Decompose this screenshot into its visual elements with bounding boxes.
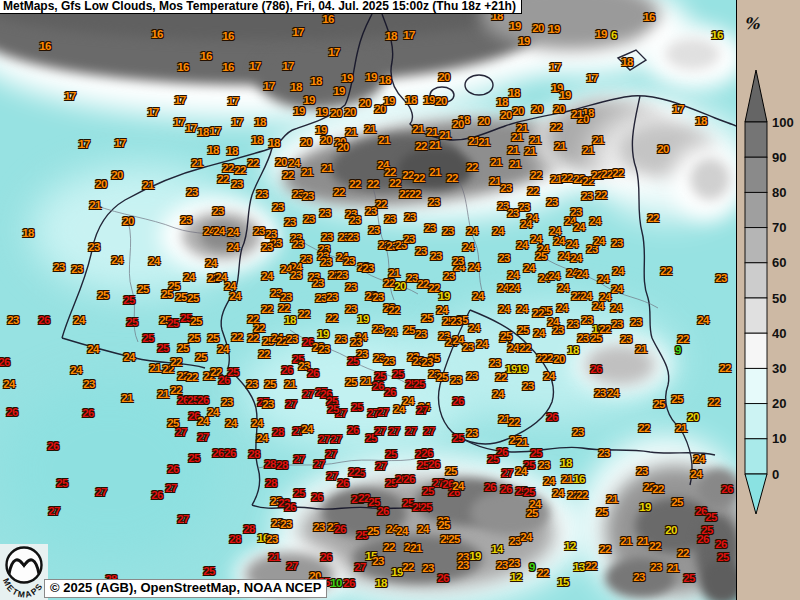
temp-label: 24	[553, 235, 565, 247]
temp-label: 24	[693, 453, 705, 465]
temp-label: 22	[383, 541, 395, 553]
temp-label: 23	[286, 333, 298, 345]
temp-label: 28	[243, 523, 255, 535]
temp-label: 26	[347, 424, 359, 436]
metmaps-logo[interactable]: METMAPS	[0, 544, 48, 600]
temp-label: 18	[695, 115, 707, 127]
temp-label: 24	[472, 290, 484, 302]
temp-label: 24	[523, 262, 535, 274]
temp-label: 28	[272, 426, 284, 438]
temp-label: 20	[665, 524, 677, 536]
temp-label: 23	[522, 380, 534, 392]
temp-label: 21	[561, 473, 573, 485]
temp-label: 21	[149, 362, 161, 374]
temp-label: 22	[217, 173, 229, 185]
temp-label: 22	[677, 547, 689, 559]
temp-label: 18	[284, 314, 296, 326]
temp-label: 23	[508, 557, 520, 569]
temp-label: 23	[489, 357, 501, 369]
temp-label: 24	[492, 388, 504, 400]
temp-label: 18	[268, 137, 280, 149]
temp-label: 24	[576, 268, 588, 280]
temp-label: 16	[573, 473, 585, 485]
temp-label: 21	[191, 157, 203, 169]
temp-label: 26	[428, 458, 440, 470]
temp-label: 27	[286, 560, 298, 572]
temp-label: 22	[383, 277, 395, 289]
temp-label: 22	[466, 161, 478, 173]
temp-label: 17	[672, 103, 684, 115]
temp-label: 18	[197, 126, 209, 138]
temp-label: 24	[610, 302, 622, 314]
temp-label: 24	[612, 265, 624, 277]
temp-label: 17	[282, 60, 294, 72]
temp-label: 23	[496, 559, 508, 571]
temp-label: 24	[690, 468, 702, 480]
temp-label: 23	[272, 201, 284, 213]
temp-label: 17	[328, 46, 340, 58]
temp-label: 26	[38, 314, 50, 326]
temp-label: 25	[420, 501, 432, 513]
temp-label: 25	[195, 351, 207, 363]
temp-label: 16	[711, 29, 723, 41]
temp-label: 23	[321, 231, 333, 243]
temp-label: 22	[326, 312, 338, 324]
temp-label: 26	[311, 491, 323, 503]
temp-label: 25	[187, 292, 199, 304]
temp-label: 22	[261, 303, 273, 315]
temp-label: 24	[607, 387, 619, 399]
temp-label: 23	[343, 255, 355, 267]
temp-label: 23	[345, 281, 357, 293]
temp-label: 22	[409, 188, 421, 200]
temp-label: 19	[391, 566, 403, 578]
temp-label: 22	[612, 167, 624, 179]
temp-label: 23	[292, 238, 304, 250]
temp-label: 22	[532, 307, 544, 319]
weather-map[interactable]: 1616161616161717171717171817171717181816…	[0, 0, 737, 600]
temp-label: 23	[421, 356, 433, 368]
temp-label: 26	[403, 473, 415, 485]
temp-label: 19	[509, 20, 521, 32]
temp-label: 22	[402, 169, 414, 181]
temp-label: 24	[213, 225, 225, 237]
temp-label: 20	[122, 215, 134, 227]
temp-label: 25	[161, 288, 173, 300]
temp-label: 22	[519, 342, 531, 354]
temp-label: 23	[312, 277, 324, 289]
temp-label: 20	[687, 411, 699, 423]
temp-label: 24	[520, 218, 532, 230]
temp-label: 25	[190, 315, 202, 327]
temp-label: 23	[384, 213, 396, 225]
temp-label: 17	[185, 122, 197, 134]
temp-label: 9	[529, 561, 535, 573]
temp-label: 23	[303, 213, 315, 225]
temp-label: 24	[466, 225, 478, 237]
svg-text:50: 50	[772, 291, 786, 306]
temp-label: 25	[421, 312, 433, 324]
temp-label: 13	[573, 561, 585, 573]
temp-label: 24	[516, 239, 528, 251]
temp-label: 23	[466, 427, 478, 439]
temp-label: 23	[498, 252, 510, 264]
temp-label: 23	[450, 315, 462, 327]
temp-label: 27	[374, 425, 386, 437]
temp-label: 27	[326, 470, 338, 482]
temp-label: 18	[567, 344, 579, 356]
temp-label: 23	[83, 378, 95, 390]
temp-label: 17	[209, 125, 221, 137]
temp-label: 23	[88, 241, 100, 253]
temp-label: 19	[293, 105, 305, 117]
temp-label: 26	[284, 501, 296, 513]
temp-label: 24	[462, 241, 474, 253]
temp-label: 24	[597, 273, 609, 285]
temp-label: 23	[611, 318, 623, 330]
temp-label: 26	[697, 533, 709, 545]
temp-label: 24	[225, 417, 237, 429]
temp-label: 18	[621, 56, 633, 68]
temp-label: 23	[320, 256, 332, 268]
temp-label: 25	[142, 332, 154, 344]
temp-label: 23	[231, 178, 243, 190]
temp-label: 24	[507, 269, 519, 281]
temp-label: 27	[95, 486, 107, 498]
temp-label: 25	[137, 283, 149, 295]
